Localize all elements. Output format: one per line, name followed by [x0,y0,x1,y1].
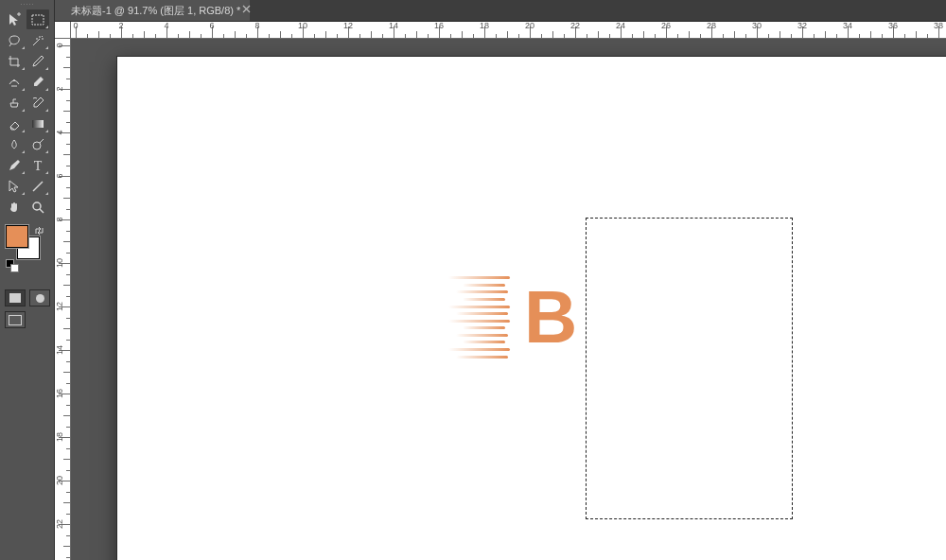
standard-mode[interactable] [5,289,26,306]
document-tab[interactable]: 未标题-1 @ 91.7% (图层 1, RGB/8) * [54,0,250,21]
tool-line[interactable] [26,176,49,196]
svg-point-5 [33,202,41,210]
swap-colors-icon[interactable] [34,225,45,238]
tool-magic-wand[interactable] [26,30,49,50]
selection-marquee[interactable] [586,218,793,519]
default-colors[interactable] [6,259,19,272]
tool-eyedropper[interactable] [26,51,49,71]
tool-move[interactable] [3,9,26,29]
tool-dodge[interactable] [26,134,49,154]
quick-mask-mode[interactable] [29,289,50,306]
quick-mask-row [5,289,54,306]
canvas-letter: B [524,274,577,360]
tool-pen[interactable] [3,155,26,175]
foreground-color[interactable] [6,225,28,248]
tool-spot-heal[interactable] [3,72,26,92]
tool-gradient[interactable] [26,114,49,133]
horizontal-ruler[interactable]: 0246810121416182022242628303234363840 [70,21,946,39]
tool-path-select[interactable] [3,176,26,196]
tool-marquee[interactable] [26,9,49,29]
motion-trail [448,274,524,360]
letter-glyph: B [524,275,577,359]
tool-grid: T [0,8,54,219]
screen-mode[interactable] [5,311,26,328]
app-root: T 未标题-1 @ 91.7% (图层 1, RGB/8) * 02468101… [0,0,946,560]
svg-rect-2 [32,120,44,128]
toolbox: T [0,0,55,560]
tool-brush[interactable] [26,72,49,92]
canvas[interactable]: B [117,57,946,560]
tool-history-brush[interactable] [26,93,49,113]
svg-point-3 [33,142,41,149]
ruler-origin[interactable] [54,21,71,39]
color-swatches [6,225,54,263]
tool-type[interactable]: T [26,155,49,175]
tool-clone-stamp[interactable] [3,93,26,113]
tool-blur[interactable] [3,134,26,154]
tool-crop[interactable] [3,51,26,71]
svg-text:T: T [34,159,43,173]
screen-mode-row [5,311,54,328]
canvas-viewport[interactable]: B [70,38,946,560]
svg-rect-0 [32,15,44,25]
document-title: 未标题-1 @ 91.7% (图层 1, RGB/8) * [71,5,240,16]
tool-zoom[interactable] [26,197,49,217]
tool-hand[interactable] [3,197,26,217]
document-tab-bar: 未标题-1 @ 91.7% (图层 1, RGB/8) * [54,0,946,22]
tool-eraser[interactable] [3,114,26,133]
tool-lasso[interactable] [3,30,26,50]
toolbox-grip[interactable] [0,0,54,8]
vertical-ruler[interactable]: 024681012141618202224 [54,38,71,560]
close-icon[interactable] [242,5,252,14]
svg-point-1 [13,79,15,81]
